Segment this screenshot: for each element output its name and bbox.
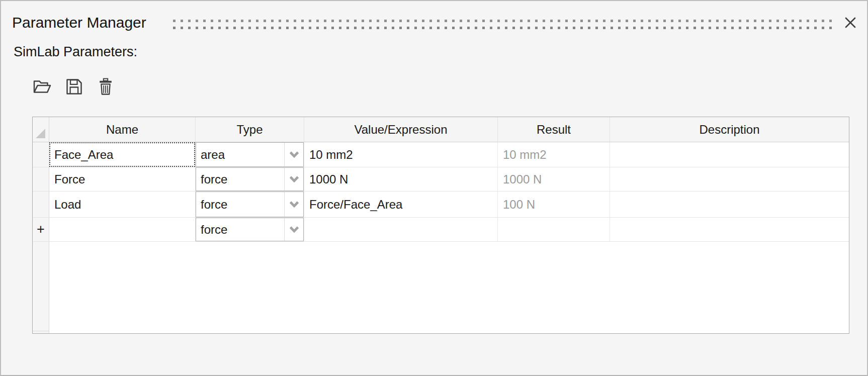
type-dropdown-value: area bbox=[196, 143, 284, 166]
chevron-down-icon[interactable] bbox=[284, 168, 303, 191]
cell-type: force bbox=[196, 167, 304, 192]
open-parameters-button[interactable] bbox=[32, 75, 52, 98]
cell-expression[interactable]: 10 mm2 bbox=[304, 142, 498, 167]
cell-name-text: Face_Area bbox=[54, 148, 113, 162]
cell-name[interactable]: Face_Area bbox=[49, 142, 196, 167]
cell-name[interactable] bbox=[49, 218, 196, 242]
column-header-value-expression[interactable]: Value/Expression bbox=[304, 117, 498, 142]
chevron-down-icon[interactable] bbox=[284, 143, 303, 166]
cell-expression[interactable]: Force/Face_Area bbox=[304, 192, 498, 218]
column-header-description[interactable]: Description bbox=[610, 117, 849, 142]
row-header[interactable] bbox=[33, 142, 49, 167]
select-all-icon bbox=[36, 129, 45, 138]
column-header-result[interactable]: Result bbox=[498, 117, 610, 142]
cell-expression[interactable] bbox=[304, 218, 498, 242]
row-header-column-filler bbox=[33, 242, 49, 333]
type-dropdown[interactable]: force bbox=[196, 218, 304, 241]
parameter-manager-dialog: Parameter Manager SimLab Parameters: bbox=[0, 0, 868, 376]
save-icon bbox=[66, 78, 82, 95]
cell-description[interactable] bbox=[610, 142, 849, 167]
cell-result: 1000 N bbox=[498, 167, 610, 192]
chevron-down-icon[interactable] bbox=[284, 218, 303, 241]
cell-result: 100 N bbox=[498, 192, 610, 218]
select-all-corner-cell[interactable] bbox=[33, 117, 49, 142]
cell-type: force bbox=[196, 192, 304, 218]
close-button[interactable] bbox=[842, 15, 859, 31]
cell-type: force bbox=[196, 218, 304, 242]
add-row-header[interactable]: + bbox=[33, 218, 49, 242]
type-dropdown[interactable]: force bbox=[196, 167, 304, 191]
type-dropdown-value: force bbox=[196, 218, 284, 241]
cell-description[interactable] bbox=[610, 218, 849, 242]
cell-type: area bbox=[196, 142, 304, 167]
simlab-parameters-label: SimLab Parameters: bbox=[14, 44, 137, 60]
row-header[interactable] bbox=[33, 167, 49, 192]
delete-icon bbox=[99, 78, 113, 96]
row-header[interactable] bbox=[33, 192, 49, 218]
type-dropdown-value: force bbox=[196, 192, 284, 217]
chevron-down-icon[interactable] bbox=[284, 192, 303, 217]
type-dropdown-value: force bbox=[196, 168, 284, 191]
cell-name[interactable]: Load bbox=[49, 192, 196, 218]
column-header-type[interactable]: Type bbox=[196, 117, 304, 142]
dialog-title: Parameter Manager bbox=[12, 14, 146, 31]
cell-result: 10 mm2 bbox=[498, 142, 610, 167]
toolbar bbox=[32, 75, 116, 98]
type-dropdown[interactable]: force bbox=[196, 192, 304, 217]
cell-result bbox=[498, 218, 610, 242]
close-icon bbox=[844, 16, 857, 29]
parameters-table: Name Type Value/Expression Result Descri… bbox=[32, 117, 849, 334]
column-header-name[interactable]: Name bbox=[49, 117, 196, 142]
type-dropdown[interactable]: area bbox=[196, 142, 304, 167]
drag-handle-icon[interactable] bbox=[173, 20, 832, 30]
open-folder-icon bbox=[33, 79, 52, 95]
delete-parameter-button[interactable] bbox=[96, 75, 116, 98]
cell-description[interactable] bbox=[610, 167, 849, 192]
cell-name[interactable]: Force bbox=[49, 167, 196, 192]
table-empty-area bbox=[49, 242, 849, 333]
save-parameters-button[interactable] bbox=[64, 75, 84, 98]
cell-expression[interactable]: 1000 N bbox=[304, 167, 498, 192]
cell-description[interactable] bbox=[610, 192, 849, 218]
